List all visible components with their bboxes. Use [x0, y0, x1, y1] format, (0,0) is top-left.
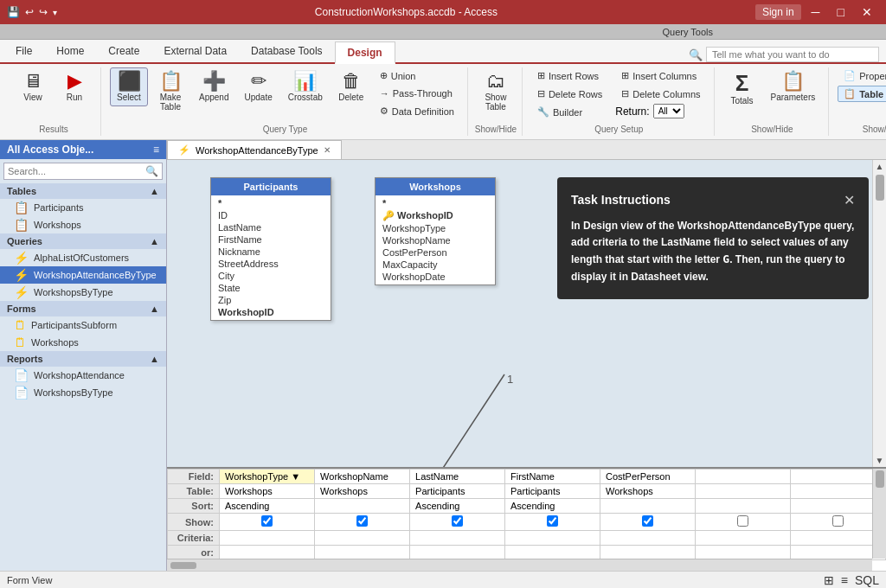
nav-item-workshop-attendance-report[interactable]: 📄 WorkshopAttendance — [0, 367, 166, 384]
nav-item-workshops-by-type-query[interactable]: ⚡ WorkshopsByType — [0, 284, 166, 301]
grid-cell-show-2[interactable] — [315, 514, 410, 531]
restore-button[interactable]: □ — [831, 3, 851, 21]
grid-cell-sort-empty4[interactable] — [790, 499, 885, 514]
delete-button[interactable]: 🗑 Delete — [332, 67, 370, 106]
grid-cell-or-2[interactable] — [315, 546, 410, 560]
grid-cell-sort-ascending1[interactable]: Ascending — [220, 499, 315, 514]
grid-cell-criteria-7[interactable] — [790, 531, 885, 546]
grid-cell-table-workshops1[interactable]: Workshops — [220, 484, 315, 499]
nav-section-tables[interactable]: Tables ▲ — [0, 183, 166, 199]
update-button[interactable]: ✏ Update — [238, 67, 278, 106]
minimize-button[interactable]: ─ — [805, 3, 827, 21]
nav-section-reports[interactable]: Reports ▲ — [0, 351, 166, 367]
grid-cell-criteria-6[interactable] — [695, 531, 790, 546]
scroll-down-arrow[interactable]: ▼ — [874, 454, 886, 467]
grid-cell-sort-empty1[interactable] — [315, 499, 410, 514]
nav-item-participants-subform[interactable]: 🗒 ParticipantsSubform — [0, 316, 166, 334]
property-sheet-button[interactable]: 📄 Property Sheet — [838, 67, 886, 84]
tab-create[interactable]: Create — [96, 40, 151, 62]
grid-cell-criteria-3[interactable] — [410, 531, 505, 546]
status-sql-icon[interactable]: SQL — [855, 573, 879, 587]
view-button[interactable]: 🖥 View — [14, 67, 52, 106]
close-button[interactable]: ✕ — [855, 3, 879, 21]
builder-button[interactable]: 🔧 Builder — [531, 104, 608, 120]
save-icon[interactable]: 💾 — [7, 6, 20, 18]
insert-rows-button[interactable]: ⊞ Insert Rows — [531, 67, 608, 84]
show-checkbox-3[interactable] — [452, 515, 463, 527]
grid-cell-field-lastname[interactable]: LastName — [410, 470, 505, 484]
hscroll-thumb[interactable] — [170, 562, 196, 569]
crosstab-button[interactable]: 📊 Crosstab — [282, 67, 329, 106]
tab-file[interactable]: File — [3, 40, 44, 62]
grid-cell-criteria-1[interactable] — [220, 531, 315, 546]
table-names-button[interactable]: 📋 Table Names — [838, 86, 886, 102]
status-list-icon[interactable]: ≡ — [841, 573, 848, 587]
nav-item-alpha-list[interactable]: ⚡ AlphaListOfCustomers — [0, 249, 166, 266]
nav-item-workshops-form[interactable]: 🗒 Workshops — [0, 334, 166, 351]
design-area-scrollbar[interactable]: ▲ ▼ — [872, 160, 886, 467]
show-checkbox-1[interactable] — [261, 515, 273, 527]
design-area[interactable]: ∞ 1 Participants * ID LastName FirstName… — [167, 160, 886, 467]
run-button[interactable]: ▶ Run — [55, 67, 93, 106]
grid-cell-or-6[interactable] — [695, 546, 790, 560]
nav-section-forms[interactable]: Forms ▲ — [0, 301, 166, 316]
grid-cell-or-4[interactable] — [505, 546, 600, 560]
show-checkbox-5[interactable] — [642, 515, 653, 527]
data-definition-button[interactable]: ⚙ Data Definition — [374, 103, 460, 119]
delete-columns-button[interactable]: ⊟ Delete Columns — [615, 86, 706, 102]
sign-in-button[interactable]: Sign in — [755, 4, 801, 20]
undo-icon[interactable]: ↩ — [25, 6, 34, 18]
grid-cell-field-workshopname[interactable]: WorkshopName — [315, 470, 410, 484]
grid-cell-show-6[interactable] — [695, 514, 790, 531]
nav-search-input[interactable] — [8, 166, 145, 176]
nav-item-participants[interactable]: 📋 Participants — [0, 199, 166, 216]
grid-cell-criteria-4[interactable] — [505, 531, 600, 546]
show-checkbox-6[interactable] — [737, 515, 748, 527]
grid-cell-show-3[interactable] — [410, 514, 505, 531]
insert-columns-button[interactable]: ⊞ Insert Columns — [615, 67, 706, 84]
grid-cell-field-empty1[interactable] — [695, 470, 790, 484]
return-select[interactable]: All 5 25 — [653, 104, 684, 118]
grid-vscrollbar[interactable] — [872, 469, 886, 559]
pass-through-button[interactable]: → Pass-Through — [374, 86, 460, 101]
status-grid-icon[interactable]: ⊞ — [824, 573, 834, 587]
grid-cell-table-participants2[interactable]: Participants — [505, 484, 600, 499]
make-table-button[interactable]: 📋 MakeTable — [151, 67, 189, 116]
grid-cell-show-1[interactable] — [220, 514, 315, 531]
grid-cell-field-empty2[interactable] — [790, 470, 885, 484]
grid-cell-criteria-5[interactable] — [600, 531, 696, 546]
grid-cell-criteria-2[interactable] — [315, 531, 410, 546]
tab-design[interactable]: Design — [335, 42, 395, 64]
grid-cell-table-workshops3[interactable]: Workshops — [600, 484, 696, 499]
grid-cell-field-firstname[interactable]: FirstName — [505, 470, 600, 484]
nav-item-workshops-table[interactable]: 📋 Workshops — [0, 216, 166, 233]
grid-cell-show-5[interactable] — [600, 514, 696, 531]
grid-cell-table-participants1[interactable]: Participants — [410, 484, 505, 499]
grid-cell-table-empty1[interactable] — [695, 484, 790, 499]
grid-cell-or-5[interactable] — [600, 546, 696, 560]
grid-hscrollbar[interactable] — [167, 559, 872, 571]
ribbon-search-input[interactable] — [706, 47, 879, 62]
grid-cell-or-3[interactable] — [410, 546, 505, 560]
select-button[interactable]: ⬛ Select — [110, 67, 148, 106]
grid-cell-or-7[interactable] — [790, 546, 885, 560]
totals-button[interactable]: Σ Totals — [723, 67, 761, 110]
delete-rows-button[interactable]: ⊟ Delete Rows — [531, 86, 608, 102]
tab-database-tools[interactable]: Database Tools — [239, 40, 335, 62]
nav-section-queries[interactable]: Queries ▲ — [0, 233, 166, 249]
grid-cell-sort-ascending2[interactable]: Ascending — [410, 499, 505, 514]
show-checkbox-7[interactable] — [832, 515, 844, 527]
grid-cell-sort-empty2[interactable] — [600, 499, 696, 514]
grid-cell-field-workshoptype[interactable]: WorkshopType ▼ — [220, 470, 315, 484]
redo-icon[interactable]: ↪ — [39, 6, 48, 18]
grid-cell-sort-empty3[interactable] — [695, 499, 790, 514]
tab-home[interactable]: Home — [44, 40, 96, 62]
grid-cell-table-workshops2[interactable]: Workshops — [315, 484, 410, 499]
task-close-button[interactable]: ✕ — [844, 192, 855, 208]
grid-cell-show-4[interactable] — [505, 514, 600, 531]
scroll-thumb[interactable] — [876, 175, 884, 201]
nav-item-workshops-by-type-report[interactable]: 📄 WorkshopsByType — [0, 384, 166, 401]
show-checkbox-4[interactable] — [547, 515, 558, 527]
nav-item-workshop-attendance-query[interactable]: ⚡ WorkshopAttendanceByType — [0, 266, 166, 284]
grid-cell-show-7[interactable] — [790, 514, 885, 531]
